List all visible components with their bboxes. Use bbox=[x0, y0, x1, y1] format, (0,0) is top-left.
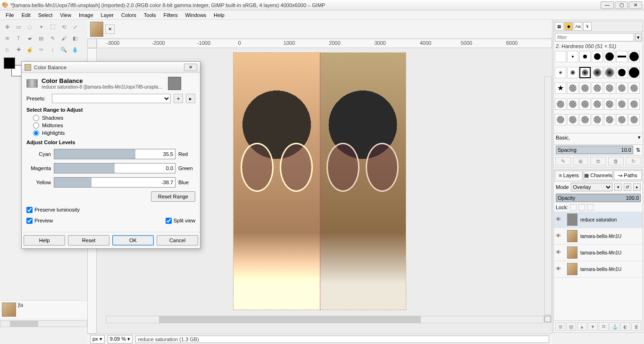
menu-help[interactable]: Help bbox=[210, 11, 228, 19]
tool-gradient[interactable]: ▤ bbox=[36, 33, 46, 43]
menu-layer[interactable]: Layer bbox=[97, 11, 118, 19]
brush-item[interactable] bbox=[604, 51, 615, 62]
brush-item[interactable] bbox=[628, 114, 640, 125]
menu-colors[interactable]: Colors bbox=[117, 11, 140, 19]
tool-warp[interactable]: ≋ bbox=[2, 33, 12, 43]
layer-thumb[interactable] bbox=[567, 263, 577, 275]
patterns-tab-icon[interactable]: ◆ bbox=[564, 22, 573, 31]
brush-item[interactable]: ★ bbox=[555, 82, 566, 94]
tab-layers[interactable]: ≡Layers bbox=[555, 171, 583, 180]
layer-new-icon[interactable]: ⊞ bbox=[555, 322, 565, 331]
tool-rotate[interactable]: ⟲ bbox=[59, 22, 69, 32]
brush-item[interactable] bbox=[567, 51, 578, 62]
layer-del-icon[interactable]: 🗑 bbox=[631, 322, 641, 331]
brush-item[interactable] bbox=[616, 98, 627, 110]
cancel-button[interactable]: Cancel bbox=[157, 235, 198, 246]
tool-path[interactable]: ✑ bbox=[36, 44, 46, 55]
spacing-stepper[interactable]: ⇅ bbox=[635, 147, 641, 153]
reset-button[interactable]: Reset bbox=[68, 235, 109, 246]
lock-pixels-icon[interactable] bbox=[570, 204, 577, 211]
brushes-tab-icon[interactable]: ▦ bbox=[555, 22, 563, 31]
layer-thumb[interactable] bbox=[567, 230, 577, 242]
layer-row[interactable]: 👁 tamara-bellis-Mn1U bbox=[554, 261, 643, 278]
opacity-slider[interactable]: Opacity 100.0 bbox=[556, 194, 641, 202]
eye-icon[interactable]: 👁 bbox=[556, 249, 564, 256]
tool-zoom[interactable]: 🔍 bbox=[59, 44, 69, 55]
tool-smudge[interactable]: ☝ bbox=[25, 44, 35, 55]
brush-item[interactable] bbox=[604, 82, 615, 94]
tool-bucket[interactable]: ▰ bbox=[25, 33, 35, 43]
fonts-tab-icon[interactable]: Aa bbox=[574, 22, 582, 31]
ok-button[interactable]: OK bbox=[112, 235, 154, 246]
brush-item[interactable] bbox=[592, 67, 603, 78]
brush-item[interactable] bbox=[616, 82, 627, 94]
tool-color-picker[interactable]: 💧 bbox=[70, 44, 80, 55]
brush-refresh-icon[interactable]: ↻ bbox=[626, 157, 641, 165]
preserve-luminosity-checkbox[interactable] bbox=[26, 207, 33, 213]
tool-eraser[interactable]: ◧ bbox=[70, 33, 80, 43]
layer-group-icon[interactable]: ▤ bbox=[566, 322, 576, 331]
reset-range-button[interactable]: Reset Range bbox=[151, 191, 195, 202]
brush-item[interactable] bbox=[628, 98, 640, 110]
radio-midtones[interactable] bbox=[33, 123, 39, 129]
radio-highlights[interactable] bbox=[33, 130, 39, 136]
layer-name[interactable]: reduce saturation bbox=[580, 217, 641, 222]
tool-scale[interactable]: ⤢ bbox=[70, 22, 80, 32]
split-view-checkbox[interactable] bbox=[166, 218, 172, 224]
layer-up-icon[interactable]: ▲ bbox=[577, 322, 587, 331]
tool-crop[interactable]: ⛶ bbox=[47, 22, 58, 32]
brush-item[interactable] bbox=[604, 67, 615, 78]
tab-channels[interactable]: ▦Channels bbox=[584, 171, 612, 180]
canvas-hscroll[interactable] bbox=[106, 316, 544, 323]
layer-name[interactable]: tamara-bellis-Mn1U bbox=[580, 267, 641, 272]
history-tab-icon[interactable]: ↯ bbox=[583, 22, 592, 31]
canvas-vscroll[interactable] bbox=[544, 76, 552, 315]
brush-dup-icon[interactable]: ⧉ bbox=[590, 157, 606, 165]
brush-item[interactable] bbox=[628, 82, 640, 94]
tool-heal[interactable]: ✚ bbox=[13, 44, 24, 55]
maximize-button[interactable]: ▢ bbox=[615, 1, 628, 9]
slider-cyan-red[interactable]: 35.5 bbox=[54, 149, 176, 159]
brush-item[interactable] bbox=[579, 82, 591, 94]
lock-alpha-icon[interactable] bbox=[587, 204, 594, 211]
tool-clone[interactable]: ⎌ bbox=[2, 44, 12, 55]
tab-paths[interactable]: ↝Paths bbox=[614, 171, 642, 180]
brush-item[interactable] bbox=[628, 51, 640, 62]
slider-yellow-blue[interactable]: -38.7 bbox=[54, 177, 176, 188]
canvas-nav-icon[interactable] bbox=[544, 316, 551, 322]
brush-item[interactable] bbox=[604, 114, 615, 125]
fg-color-swatch[interactable] bbox=[4, 57, 15, 69]
layer-name[interactable]: tamara-bellis-Mn1U bbox=[580, 250, 641, 255]
brush-filter-input[interactable] bbox=[555, 33, 634, 41]
brush-item[interactable] bbox=[592, 98, 603, 110]
preview-checkbox[interactable] bbox=[26, 218, 33, 224]
tool-brush[interactable]: 🖌 bbox=[59, 33, 69, 43]
dialog-titlebar[interactable]: Color Balance ✕ bbox=[22, 62, 200, 73]
brush-preset-dropdown[interactable]: ▾ bbox=[638, 134, 641, 140]
menu-filters[interactable]: Filters bbox=[160, 11, 182, 19]
tool-fuzzy-select[interactable]: ✦ bbox=[36, 22, 46, 32]
tool-rect-select[interactable]: ▭ bbox=[13, 22, 24, 32]
brush-item[interactable] bbox=[567, 67, 578, 78]
brush-item[interactable] bbox=[579, 114, 591, 125]
ruler-corner[interactable] bbox=[87, 39, 97, 48]
slider-magenta-green[interactable]: 0.0 bbox=[54, 163, 176, 173]
layer-dup-icon[interactable]: ⧉ bbox=[599, 322, 609, 331]
lock-position-icon[interactable] bbox=[578, 204, 585, 211]
toolbox-hscroll[interactable] bbox=[0, 320, 87, 327]
dialog-close-icon[interactable]: ✕ bbox=[184, 64, 197, 71]
brush-item[interactable] bbox=[567, 82, 578, 94]
brush-filter-dropdown[interactable]: ▾ bbox=[635, 33, 642, 41]
brush-item[interactable] bbox=[555, 114, 566, 125]
horizontal-ruler[interactable]: -3000 -2000 -1000 0 1000 2000 3000 4000 … bbox=[97, 39, 552, 48]
layer-mask-icon[interactable]: ◐ bbox=[620, 322, 630, 331]
brush-item[interactable] bbox=[592, 51, 603, 62]
brush-item[interactable] bbox=[579, 98, 591, 110]
tool-move[interactable]: ✥ bbox=[2, 22, 12, 32]
brush-item[interactable] bbox=[616, 114, 627, 125]
layer-thumb[interactable] bbox=[567, 213, 577, 226]
brush-item[interactable] bbox=[616, 51, 627, 62]
menu-view[interactable]: View bbox=[56, 11, 75, 19]
brush-item[interactable] bbox=[555, 98, 566, 110]
tool-free-select[interactable]: ◌ bbox=[25, 22, 35, 32]
